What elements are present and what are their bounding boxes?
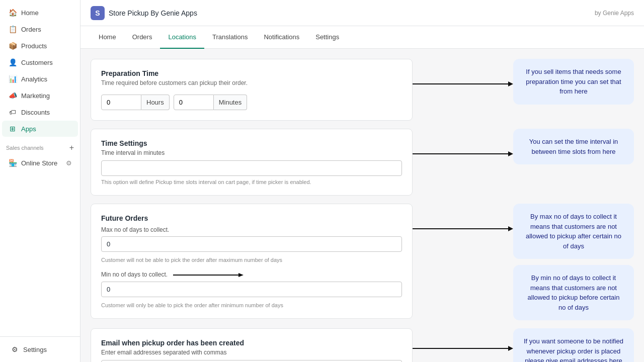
email-tooltip: If you want someone to be notified whene… [513,328,634,362]
marketing-icon: 📣 [8,91,17,100]
sidebar-nav: 🏠 Home 📋 Orders 📦 Products 👤 Customers 📊… [0,0,80,336]
email-input[interactable] [101,360,402,362]
preparation-time-fields: Hours Minutes [101,95,252,110]
min-days-label: Min no of days to collect. [101,271,402,279]
email-notification-title: Email when pickup order has been created [101,339,402,347]
future-orders-arrow [413,204,513,254]
future-orders-max-tooltip: By max no of days to collect it means th… [513,204,634,259]
sidebar-item-discounts[interactable]: 🏷 Discounts [2,104,78,120]
sidebar-item-home[interactable]: 🏠 Home [2,5,78,21]
hours-input[interactable] [101,95,141,110]
sidebar-bottom: ⚙ Settings [0,336,80,362]
sidebar-item-label: Discounts [21,109,50,116]
sidebar-item-label: Orders [21,26,41,33]
max-days-input[interactable] [101,236,402,252]
time-settings-title: Time Settings [101,139,402,147]
svg-marker-9 [508,346,513,351]
time-interval-input[interactable] [101,160,402,176]
email-notification-card: Email when pickup order has been created… [91,328,413,362]
sidebar-item-label: Analytics [21,75,47,83]
add-sales-channel-icon[interactable]: + [69,143,74,152]
max-days-label: Max no of days to collect. [101,226,402,233]
sidebar-item-label: Products [21,42,47,50]
tab-orders[interactable]: Orders [124,26,160,49]
sidebar-item-label: Apps [21,125,36,133]
time-settings-row: Time Settings Time interval in minutes T… [91,129,634,196]
svg-marker-5 [238,273,244,277]
future-orders-title: Future Orders [101,214,402,222]
sidebar-item-customers[interactable]: 👤 Customers [2,54,78,70]
tab-home[interactable]: Home [91,26,124,49]
tab-translations[interactable]: Translations [204,26,256,49]
sidebar-item-orders[interactable]: 📋 Orders [2,21,78,37]
orders-icon: 📋 [8,25,17,34]
email-notification-desc: Enter email addresses separated with com… [101,349,402,356]
sidebar: 🏠 Home 📋 Orders 📦 Products 👤 Customers 📊… [0,0,80,362]
home-icon: 🏠 [8,8,17,17]
email-notification-row: Email when pickup order has been created… [91,328,634,362]
svg-marker-7 [508,226,513,231]
sidebar-item-analytics[interactable]: 📊 Analytics [2,71,78,87]
sidebar-item-label: Marketing [21,92,50,100]
preparation-time-desc: Time required before customers can picku… [101,79,402,86]
time-arrow [413,129,513,179]
sidebar-item-apps[interactable]: ⊞ Apps [2,121,78,137]
min-arrow-inline [173,271,244,279]
tabs-bar: Home Orders Locations Translations Notif… [80,26,644,49]
sidebar-item-label: Home [21,9,39,17]
by-genie-label: by Genie Apps [595,10,634,17]
content-area: Preparation Time Time required before cu… [80,49,644,362]
future-orders-row: Future Orders Max no of days to collect.… [91,204,634,320]
prep-tooltip: If you sell items that needs some prepar… [513,59,634,105]
sidebar-item-products[interactable]: 📦 Products [2,38,78,54]
min-days-helper: Customer will only be able to pick the o… [101,302,402,308]
time-interval-label: Time interval in minutes [101,149,402,156]
products-icon: 📦 [8,41,17,50]
store-icon: 🏪 [8,158,17,167]
future-orders-tooltips: By max no of days to collect it means th… [513,204,634,320]
svg-marker-3 [508,151,513,156]
minutes-input[interactable] [174,95,214,110]
svg-marker-1 [508,81,513,86]
email-arrow-svg [413,343,513,353]
minutes-unit: Minutes [214,95,248,110]
prep-arrow [413,59,513,109]
app-title-area: S Store Pickup By Genie Apps [91,6,197,20]
settings-label: Settings [23,346,47,353]
store-sub-icons: ⚙ [66,159,72,167]
apps-icon: ⊞ [8,124,17,133]
preparation-time-title: Preparation Time [101,69,402,77]
store-settings-icon[interactable]: ⚙ [66,159,72,167]
preparation-time-card: Preparation Time Time required before cu… [91,59,413,121]
settings-icon: ⚙ [10,345,19,354]
tab-locations[interactable]: Locations [160,26,204,49]
customers-icon: 👤 [8,58,17,67]
app-title: Store Pickup By Genie Apps [109,9,197,17]
tab-notifications[interactable]: Notifications [256,26,307,49]
app-logo: S [91,6,105,20]
topbar: S Store Pickup By Genie Apps by Genie Ap… [80,0,644,26]
min-days-input[interactable] [101,282,402,297]
main-area: S Store Pickup By Genie Apps by Genie Ap… [80,0,644,362]
sidebar-item-label: Customers [21,59,53,66]
sidebar-item-online-store[interactable]: 🏪 Online Store ⚙ [2,155,78,171]
email-arrow [413,328,513,362]
discounts-icon: 🏷 [8,108,17,117]
preparation-time-row: Preparation Time Time required before cu… [91,59,634,121]
time-arrow-svg [413,149,513,159]
max-days-helper: Customer will not be able to pick the or… [101,257,402,263]
time-tooltip: You can set the time interval in between… [513,129,634,164]
hours-unit: Hours [141,95,170,110]
time-settings-helper: This option will define Pickup time slot… [101,179,402,185]
analytics-icon: 📊 [8,74,17,83]
sidebar-item-settings[interactable]: ⚙ Settings [4,341,76,357]
prep-arrow-svg [413,79,513,89]
future-orders-min-tooltip: By min no of days to collect it means th… [513,265,634,320]
future-arrow-svg [413,224,513,234]
future-orders-card: Future Orders Max no of days to collect.… [91,204,413,319]
time-settings-card: Time Settings Time interval in minutes T… [91,129,413,196]
sidebar-item-marketing[interactable]: 📣 Marketing [2,87,78,104]
sales-channels-header: Sales channels + [0,137,80,154]
tab-settings[interactable]: Settings [307,26,347,49]
